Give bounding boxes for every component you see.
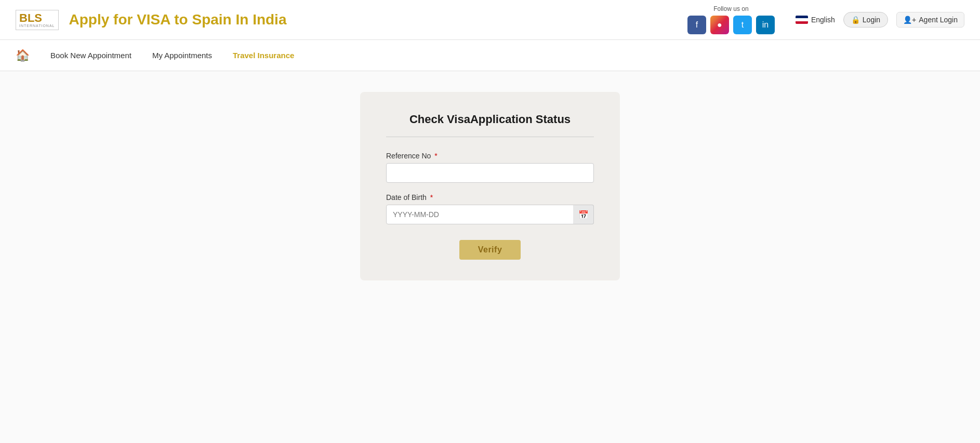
home-icon[interactable]: 🏠 [16,49,30,62]
calendar-icon: 📅 [578,210,589,220]
reference-required: * [434,152,437,160]
form-title: Check VisaApplication Status [386,113,594,126]
form-card: Check VisaApplication Status Reference N… [360,92,620,280]
calendar-icon-button[interactable]: 📅 [573,205,594,224]
follow-text: Follow us on [713,5,748,12]
login-label: Login [863,16,880,24]
logo-sub: INTERNATIONAL [19,24,55,28]
reference-input[interactable] [386,163,594,183]
lock-icon: 🔒 [851,16,860,24]
dob-group: Date of Birth * 📅 [386,193,594,224]
nav-book-appointment[interactable]: Book New Appointment [50,49,131,62]
nav-bar: 🏠 Book New Appointment My Appointments T… [0,40,980,71]
site-title: Apply for VISA to Spain In India [69,11,677,28]
flag-icon [796,16,808,24]
nav-my-appointments[interactable]: My Appointments [152,49,212,62]
logo: BLSINTERNATIONAL [16,10,59,30]
dob-required: * [430,193,433,202]
language-label: English [811,16,835,24]
agent-login-button[interactable]: 👤+ Agent Login [896,12,964,28]
nav-travel-insurance[interactable]: Travel Insurance [233,49,294,62]
reference-group: Reference No * [386,152,594,183]
reference-label: Reference No * [386,152,594,160]
dob-input-wrapper: 📅 [386,205,594,224]
agent-icon: 👤+ [903,16,916,24]
instagram-button[interactable]: ● [710,16,729,34]
social-icons: f ● t in [687,16,775,34]
facebook-button[interactable]: f [687,16,706,34]
form-divider [386,137,594,137]
logo-area: BLSINTERNATIONAL [16,10,59,30]
header-right: English 🔒 Login 👤+ Agent Login [796,12,964,28]
header: BLSINTERNATIONAL Apply for VISA to Spain… [0,0,980,40]
agent-login-label: Agent Login [919,16,958,24]
verify-button[interactable]: Verify [459,240,521,260]
language-selector[interactable]: English [796,16,835,24]
dob-input[interactable] [386,205,594,224]
social-area: Follow us on f ● t in [687,5,775,34]
main-content: Check VisaApplication Status Reference N… [0,71,980,443]
login-button[interactable]: 🔒 Login [843,12,888,28]
dob-label: Date of Birth * [386,193,594,202]
twitter-button[interactable]: t [733,16,752,34]
linkedin-button[interactable]: in [756,16,775,34]
